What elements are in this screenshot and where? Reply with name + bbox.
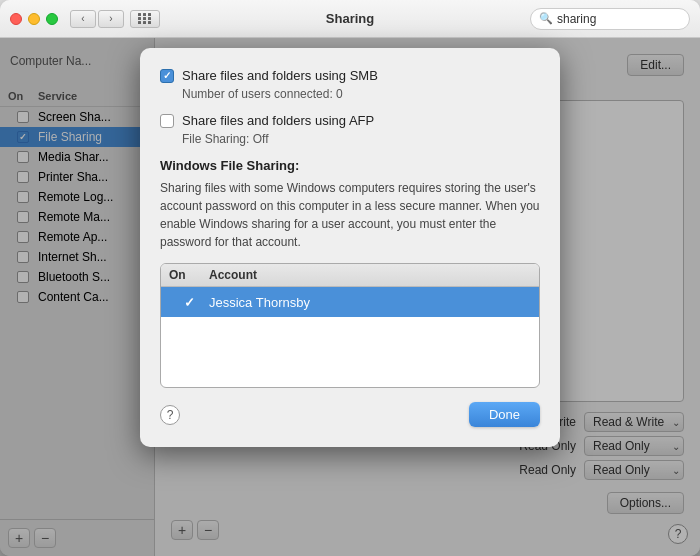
row-check-icon: ✓: [184, 295, 195, 310]
search-input[interactable]: [557, 12, 681, 26]
smb-checkbox[interactable]: [160, 69, 174, 83]
grid-icon: [138, 13, 152, 24]
smb-section: Share files and folders using SMB Number…: [160, 68, 540, 101]
afp-checkbox[interactable]: [160, 114, 174, 128]
back-button[interactable]: ‹: [70, 10, 96, 28]
windows-description: Sharing files with some Windows computer…: [160, 179, 540, 251]
modal-footer: ? Done: [160, 402, 540, 427]
search-box[interactable]: 🔍: [530, 8, 690, 30]
afp-section: Share files and folders using AFP File S…: [160, 113, 540, 146]
smb-subtext: Number of users connected: 0: [182, 87, 540, 101]
forward-button[interactable]: ›: [98, 10, 124, 28]
modal-help-button[interactable]: ?: [160, 405, 180, 425]
modal-dialog: Share files and folders using SMB Number…: [140, 48, 560, 447]
nav-buttons: ‹ ›: [70, 10, 124, 28]
afp-checkbox-row: Share files and folders using AFP: [160, 113, 540, 128]
table-header-on: On: [169, 268, 209, 282]
grid-button[interactable]: [130, 10, 160, 28]
table-header-account: Account: [209, 268, 531, 282]
window-title: Sharing: [326, 11, 374, 26]
maximize-button[interactable]: [46, 13, 58, 25]
windows-section: Windows File Sharing: Sharing files with…: [160, 158, 540, 251]
afp-label: Share files and folders using AFP: [182, 113, 374, 128]
close-button[interactable]: [10, 13, 22, 25]
minimize-button[interactable]: [28, 13, 40, 25]
account-table-header: On Account: [161, 264, 539, 287]
search-icon: 🔍: [539, 12, 553, 25]
afp-subtext: File Sharing: Off: [182, 132, 540, 146]
account-table-body: ✓ Jessica Thornsby: [161, 287, 539, 387]
done-button[interactable]: Done: [469, 402, 540, 427]
table-row[interactable]: ✓ Jessica Thornsby: [161, 287, 539, 317]
titlebar: ‹ › Sharing 🔍: [0, 0, 700, 38]
smb-label: Share files and folders using SMB: [182, 68, 378, 83]
windows-section-title: Windows File Sharing:: [160, 158, 540, 173]
smb-checkbox-row: Share files and folders using SMB: [160, 68, 540, 83]
row-account-name: Jessica Thornsby: [209, 295, 531, 310]
traffic-lights: [10, 13, 58, 25]
account-table: On Account ✓ Jessica Thornsby: [160, 263, 540, 388]
modal-overlay: Share files and folders using SMB Number…: [0, 38, 700, 556]
